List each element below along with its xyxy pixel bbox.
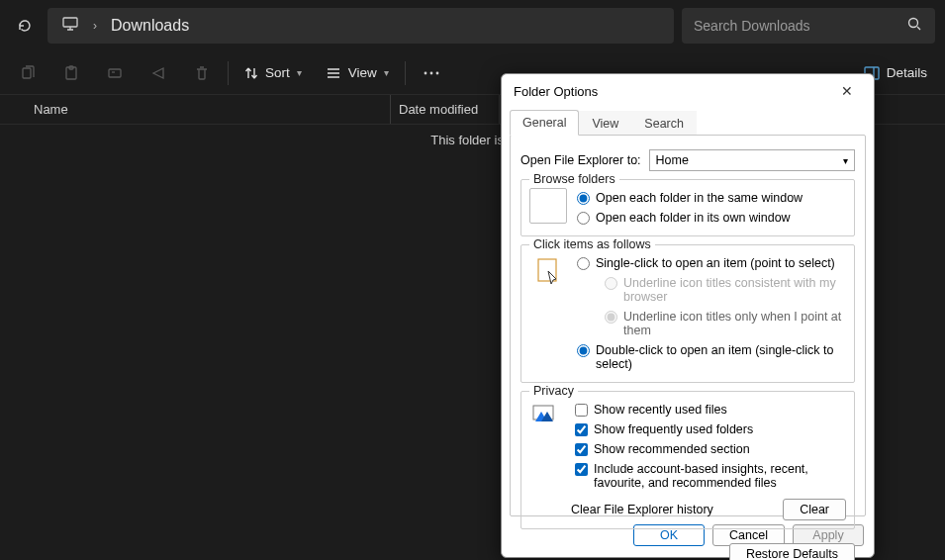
radio-underline-browser [605,277,617,290]
search-icon [907,17,923,35]
open-to-label: Open File Explorer to: [520,153,641,167]
privacy-legend: Privacy [529,384,578,398]
radio-double-click[interactable] [577,344,590,357]
browse-folders-group: Browse folders Open each folder in the s… [520,179,855,236]
check-account-label: Include account-based insights, recent, … [594,462,831,490]
click-items-legend: Click items as follows [529,237,655,251]
breadcrumb: Downloads [111,17,189,35]
svg-rect-0 [63,18,77,27]
radio-same-window[interactable] [577,192,590,205]
delete-button[interactable] [180,51,224,95]
tab-general[interactable]: General [510,110,579,136]
more-button[interactable] [410,51,453,95]
svg-point-1 [909,19,918,28]
pointer-icon [529,253,567,291]
svg-rect-5 [109,69,121,77]
tab-search[interactable]: Search [631,111,697,136]
radio-underline-point-label: Underline icon titles only when I point … [623,310,846,337]
check-account[interactable] [575,463,588,476]
check-frequent[interactable] [575,423,588,436]
chevron-down-icon: ▾ [384,67,389,78]
rename-button[interactable] [93,51,137,95]
svg-point-8 [435,71,438,74]
chevron-down-icon: ▾ [297,67,302,78]
view-button[interactable]: View ▾ [314,51,401,95]
check-frequent-label: Show frequently used folders [594,422,753,436]
restore-defaults-button[interactable]: Restore Defaults [729,543,855,560]
sort-label: Sort [265,65,290,80]
radio-own-window[interactable] [577,212,590,225]
paste-button[interactable] [49,51,93,95]
search-placeholder: Search Downloads [694,18,907,34]
check-recent[interactable] [575,404,588,417]
pc-icon [61,17,79,35]
svg-point-7 [429,71,432,74]
check-recent-label: Show recently used files [594,403,727,417]
radio-same-window-label: Open each folder in the same window [596,191,803,205]
folder-icon [529,188,567,224]
privacy-group: Privacy Show recently used files Show fr… [520,391,855,529]
open-to-select[interactable]: Home ▾ [649,149,855,171]
tab-view[interactable]: View [579,111,631,136]
browse-folders-legend: Browse folders [529,172,619,186]
chevron-down-icon: ▾ [843,155,848,166]
privacy-icon [529,400,561,431]
clear-history-label: Clear File Explorer history [571,503,713,516]
check-recommended-label: Show recommended section [594,442,750,456]
sort-button[interactable]: Sort ▾ [233,51,314,95]
radio-underline-point [605,311,617,324]
chevron-right-icon: › [93,19,97,33]
dialog-title: Folder Options [514,84,598,99]
radio-double-click-label: Double-click to open an item (single-cli… [596,343,846,371]
radio-own-window-label: Open each folder in its own window [596,211,791,225]
radio-underline-browser-label: Underline icon titles consistent with my… [623,276,846,304]
close-button[interactable]: ✕ [832,76,862,106]
column-header-date[interactable]: Date modified [391,95,500,124]
folder-options-dialog: Folder Options ✕ General View Search Ope… [501,73,875,558]
clear-button[interactable]: Clear [783,499,846,520]
column-header-name[interactable]: Name [0,95,391,124]
svg-point-6 [424,71,426,74]
click-items-group: Click items as follows Single-click to o… [520,244,855,383]
address-bar[interactable]: › Downloads [47,8,674,44]
svg-rect-2 [23,68,31,78]
refresh-button[interactable] [10,8,40,44]
copy-button[interactable] [6,51,49,95]
open-to-value: Home [656,153,689,167]
share-button[interactable] [137,51,180,95]
check-recommended[interactable] [575,443,588,456]
search-input[interactable]: Search Downloads [682,8,935,44]
radio-single-click-label: Single-click to open an item (point to s… [596,256,835,270]
radio-single-click[interactable] [577,257,590,270]
details-label: Details [887,65,927,80]
view-label: View [348,65,377,80]
